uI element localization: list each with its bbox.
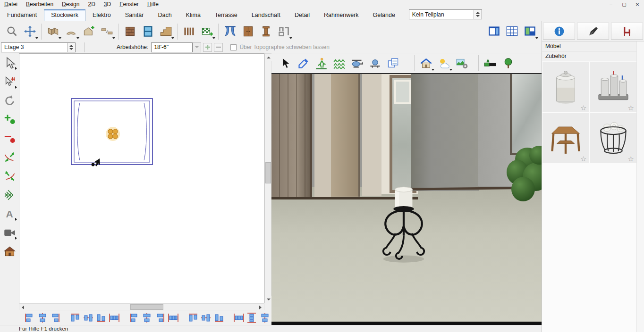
- flooring-tool-button[interactable]: [198, 23, 216, 41]
- annotate-button[interactable]: [577, 23, 609, 40]
- window-tool-button[interactable]: [139, 23, 157, 41]
- library-item-canister-set[interactable]: ☆: [590, 62, 637, 112]
- menu-3d[interactable]: 3D: [100, 0, 115, 8]
- library-item-towel-basket[interactable]: ☆: [590, 113, 637, 163]
- render-settings-button[interactable]: [453, 54, 471, 72]
- moebel-section-header[interactable]: Möbel: [542, 42, 644, 51]
- scroll-right-arrow[interactable]: [257, 304, 264, 311]
- wall-opening-button[interactable]: [98, 23, 116, 41]
- favorite-star-icon[interactable]: ☆: [628, 155, 634, 162]
- menu-bearbeiten[interactable]: Bearbeiten: [22, 0, 58, 8]
- plant-growth-button[interactable]: [481, 54, 499, 72]
- align-opening-right-button[interactable]: [153, 311, 167, 324]
- horizontal-scroll-thumb[interactable]: [130, 304, 163, 310]
- scroll-up-arrow[interactable]: [265, 54, 272, 61]
- lawn-tool-button[interactable]: [330, 54, 348, 72]
- window-layout-3-button[interactable]: [521, 23, 539, 41]
- zoom-extents-button[interactable]: [1, 149, 17, 165]
- tab-gelaende[interactable]: Gelände: [366, 9, 402, 21]
- tab-terrasse[interactable]: Terrasse: [208, 9, 245, 21]
- select-similar-tool-button[interactable]: [1, 74, 17, 90]
- storey-select[interactable]: Etage 3: [1, 42, 76, 52]
- menu-2d[interactable]: 2D: [84, 0, 99, 8]
- add-object-button[interactable]: [1, 112, 17, 127]
- plan-views-button[interactable]: [384, 54, 402, 72]
- minimize-button[interactable]: –: [604, 0, 618, 8]
- framing-tool-button[interactable]: [275, 23, 293, 41]
- build-house-button[interactable]: [80, 23, 98, 41]
- storey-spinner[interactable]: [67, 43, 75, 52]
- align-center-horizontal-button[interactable]: [82, 311, 95, 324]
- railing-tool-button[interactable]: [180, 23, 198, 41]
- teilplan-spinner[interactable]: [474, 10, 482, 19]
- info-button[interactable]: [543, 23, 575, 40]
- topography-checkbox[interactable]: [230, 44, 237, 50]
- curved-wall-tool-button[interactable]: [62, 23, 80, 41]
- work-height-dropdown[interactable]: [193, 42, 201, 52]
- wall-tool-button[interactable]: [44, 23, 62, 41]
- match-height-button[interactable]: [246, 311, 259, 324]
- work-height-input[interactable]: [151, 42, 193, 52]
- tab-rahmenwerk[interactable]: Rahmenwerk: [317, 9, 366, 21]
- align-window-top-button[interactable]: [186, 311, 200, 324]
- distribute-horizontal-button[interactable]: [108, 311, 121, 324]
- align-top-edge-button[interactable]: [68, 311, 82, 324]
- plan-horizontal-scrollbar[interactable]: [19, 303, 264, 310]
- scroll-down-arrow[interactable]: [265, 296, 272, 303]
- tab-detail[interactable]: Detail: [288, 9, 317, 21]
- curtain-tool-button[interactable]: [221, 23, 239, 41]
- window-layout-2-button[interactable]: [503, 23, 521, 41]
- walkthrough-record-button[interactable]: [1, 225, 17, 241]
- zubehoer-section-header[interactable]: Zubehör: [542, 51, 644, 61]
- library-item-corner-stool[interactable]: ☆: [542, 113, 589, 163]
- tab-dach[interactable]: Dach: [151, 9, 178, 21]
- rotate-tool-button[interactable]: [1, 93, 17, 108]
- lattice-tool-button[interactable]: [1, 187, 17, 203]
- render-viewport[interactable]: [271, 73, 542, 322]
- eyedropper-button[interactable]: [294, 54, 312, 72]
- teilplan-select[interactable]: Kein Teilplan: [409, 9, 482, 19]
- stairs-tool-button[interactable]: [157, 23, 175, 41]
- favorite-star-icon[interactable]: ☆: [580, 155, 586, 162]
- menu-hilfe[interactable]: Hilfe: [143, 0, 163, 8]
- scroll-left-arrow[interactable]: [19, 304, 26, 311]
- furniture-browser-button[interactable]: [611, 23, 643, 40]
- cabinet-tool-button[interactable]: [239, 23, 257, 41]
- favorite-star-icon[interactable]: ☆: [580, 104, 586, 111]
- candle-stand[interactable]: [373, 186, 434, 264]
- decrease-height-button[interactable]: [214, 43, 223, 52]
- match-size-button[interactable]: [258, 311, 271, 324]
- tab-elektro[interactable]: Elektro: [85, 9, 118, 21]
- distribute-openings-button[interactable]: [167, 311, 180, 324]
- column-tool-button[interactable]: [257, 23, 275, 41]
- library-scrollbar[interactable]: [636, 42, 644, 332]
- daylight-settings-button[interactable]: [435, 54, 453, 72]
- favorite-star-icon[interactable]: ☆: [628, 104, 634, 111]
- masonry-button[interactable]: [121, 23, 139, 41]
- align-opening-center-button[interactable]: [141, 311, 154, 324]
- match-width-button[interactable]: [232, 311, 246, 324]
- select-tool-button[interactable]: [1, 55, 17, 71]
- delete-object-button[interactable]: [1, 131, 17, 146]
- walkthrough-view-button[interactable]: [312, 54, 330, 72]
- library-item-glass-jar[interactable]: ☆: [542, 62, 589, 112]
- close-button[interactable]: ✕: [631, 0, 644, 8]
- increase-height-button[interactable]: [203, 43, 212, 52]
- menu-fenster[interactable]: Fenster: [115, 0, 143, 8]
- align-bottom-edge-button[interactable]: [95, 311, 108, 324]
- text-tool-button[interactable]: A: [1, 206, 17, 222]
- align-opening-left-button[interactable]: [127, 311, 141, 324]
- tree-tool-button[interactable]: [499, 54, 517, 72]
- align-window-center-button[interactable]: [199, 311, 212, 324]
- align-right-edge-button[interactable]: [49, 311, 62, 324]
- menu-datei[interactable]: Datei: [0, 0, 22, 8]
- selected-plant-symbol[interactable]: [106, 127, 120, 141]
- tab-fundament[interactable]: Fundament: [0, 9, 44, 21]
- house-overview-button[interactable]: [417, 54, 435, 72]
- select-3d-button[interactable]: [276, 54, 294, 72]
- orbit-view-button[interactable]: [366, 54, 384, 72]
- tab-landschaft[interactable]: Landschaft: [245, 9, 288, 21]
- tab-sanitaer[interactable]: Sanitär: [118, 9, 151, 21]
- plan-vertical-scrollbar[interactable]: [264, 53, 271, 303]
- align-window-bottom-button[interactable]: [212, 311, 226, 324]
